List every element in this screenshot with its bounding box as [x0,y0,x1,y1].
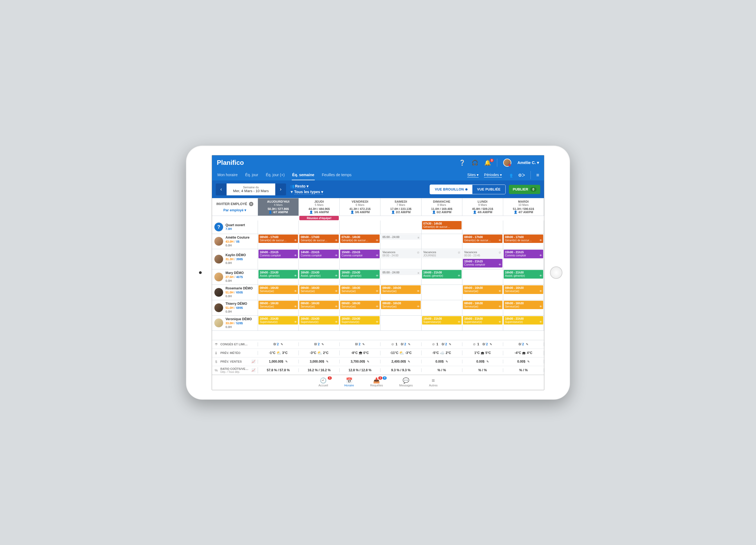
tab-2[interactable]: Éq. jour (+) [265,170,285,180]
day-header-3[interactable]: SAMEDI7 Mars17.0H / 223.13$👤 2/2 AM/PM [380,198,421,216]
day-cell[interactable]: 08h00 - 17h00Gérant(e) de succur…👁 [503,234,544,249]
menu-icon[interactable]: ≡ [536,172,539,178]
day-cell[interactable]: 08h00 - 16h30Serveur(se)👁 [340,300,380,315]
day-cell[interactable]: 16h00 - 21h30Superviseur(e)👁 [422,315,462,331]
day-cell[interactable] [299,221,340,234]
day-cell[interactable]: 08h00 - 16h30Serveur(se)👁 [462,285,503,300]
shift-block[interactable]: 08h00 - 16h30Serveur(se)👁 [463,301,502,309]
day-cell[interactable]: Vacances00:00 - 23:45⊘15h00 - 21h15Commi… [462,249,503,269]
day-cell[interactable]: 16h00 - 21h30Assist.-gérant(e)👁 [422,270,462,284]
shift-block[interactable]: 08h00 - 16h30Serveur(se)👁 [504,285,543,294]
edit-icon[interactable]: ✎ [408,360,410,363]
day-header-5[interactable]: LUNDI9 Mars45.8H / 509.21$👤 4/6 AM/PM [462,198,503,216]
edit-icon[interactable]: ✎ [367,360,369,363]
day-header-6[interactable]: MARDI10 Mars51.3H / 590.61$👤 4/7 AM/PM [503,198,544,216]
day-cell[interactable]: 08h00 - 16h30Serveur(se)👁 [258,300,299,315]
headset-icon[interactable]: 🎧 [472,160,478,166]
day-cell[interactable]: 16h00 - 21h30Superviseur(e)👁 [503,315,544,331]
shift-block[interactable]: 07h30 - 14h30Gérant(e) de succur… [422,221,462,230]
employee-cell[interactable]: Rosemarie DÉMO51.0H / 650$0.0H [212,285,258,300]
day-cell[interactable]: 08h00 - 16h30Serveur(se)👁 [299,300,340,315]
day-cell[interactable]: 16h00 - 21h30Assist.-gérant(e)👁 [299,270,340,284]
day-cell[interactable]: 16h00 - 21h30Assist.-gérant(e)👁 [503,270,544,284]
edit-icon[interactable]: ✎ [526,342,528,346]
day-cell[interactable]: 08h00 - 16h30Serveur(se)👁 [462,300,503,315]
day-cell[interactable]: 05:00 - 24:00≡ [380,270,421,284]
shift-block[interactable]: 08h00 - 16h30Serveur(se)👁 [381,301,420,309]
shift-block[interactable]: 16h00 - 21h30Assist.-gérant(e)👁 [299,270,339,278]
day-cell[interactable]: 08h00 - 17h00Gérant(e) de succur…👁 [462,234,503,249]
shift-block[interactable]: 15h00 - 21h15Commis comptoir👁 [463,259,502,268]
shift-block[interactable]: VacancesJOURNÉE⊘ [422,250,462,258]
day-header-1[interactable]: JEUDI5 Mars44.3H / 484.96$👤 3/6 AM/PMRéu… [299,198,340,216]
day-cell[interactable]: 08h00 - 16h30Serveur(se)👁 [503,285,544,300]
publish-button[interactable]: PUBLIER 0 [509,185,540,194]
day-cell[interactable]: 16h00 - 21h30Assist.-gérant(e)👁 [258,270,299,284]
shift-block[interactable]: 05:00 - 24:00≡ [381,235,420,240]
shift-block[interactable]: 05:00 - 24:00≡ [381,270,420,275]
day-cell[interactable] [422,234,462,249]
tab-4[interactable]: Feuilles de temps [321,170,352,180]
chart-icon[interactable]: 📈 [251,360,256,363]
day-header-0[interactable]: AUJOURD'HUI4 Mars50.3H / 577.86$👤 4/7 AM… [258,198,299,216]
shift-block[interactable]: 16h00 - 21h30Assist.-gérant(e)👁 [422,270,462,278]
day-cell[interactable]: 07h30 - 14h30Gérant(e) de succur…👁 [340,234,380,249]
day-cell[interactable]: 16h00 - 21h30Superviseur(e)👁 [258,315,299,331]
shift-block[interactable]: 15h00 - 21h15Commis comptoir👁 [504,250,543,258]
shift-block[interactable]: 08h00 - 17h00Gérant(e) de succur…👁 [463,235,502,243]
shift-block[interactable]: 08h00 - 17h00Gérant(e) de succur…👁 [299,235,339,243]
shift-block[interactable]: 16h00 - 21h30Superviseur(e)👁 [504,316,543,325]
day-cell[interactable] [380,221,421,234]
shift-block[interactable]: 16h00 - 21h30Superviseur(e)👁 [299,316,339,325]
bottomnav-accueil[interactable]: 🕘Accueil1 [319,377,328,387]
day-cell[interactable]: 16h00 - 21h30Superviseur(e)👁 [340,315,380,331]
employee-cell[interactable]: Amélie Couture43.0H / 0$0.0H [212,234,258,249]
chart-icon[interactable]: 📈 [251,368,256,372]
bottomnav-autres[interactable]: ≡Autres [429,377,437,387]
shift-block[interactable]: 16h00 - 21h30Assist.-gérant(e)👁 [258,270,298,278]
edit-icon[interactable]: ✎ [362,342,365,346]
day-cell[interactable]: 08h00 - 16h30Serveur(se)👁 [258,285,299,300]
day-cell[interactable]: 08h00 - 16h30Serveur(se)👁 [503,300,544,315]
prev-week-button[interactable]: ‹ [216,184,227,195]
shift-block[interactable]: 16h00 - 21h15Commis comptoir👁 [258,250,298,258]
tab-1[interactable]: Éq. jour [245,170,259,180]
day-cell[interactable] [340,221,380,234]
edit-icon[interactable]: ✎ [281,342,283,346]
shift-block[interactable]: 16h00 - 21h30Superviseur(e)👁 [463,316,502,325]
day-cell[interactable]: Vacances08:00 - 24:00⊘ [380,249,421,269]
shift-block[interactable]: Vacances08:00 - 24:00⊘ [381,250,420,258]
edit-icon[interactable]: ✎ [527,360,530,363]
shift-block[interactable]: 08h00 - 16h30Serveur(se)👁 [504,301,543,309]
day-cell[interactable]: 05:00 - 24:00≡ [380,234,421,249]
shift-block[interactable]: 08h00 - 16h30Serveur(se)👁 [258,301,298,309]
day-cell[interactable]: 08h00 - 16h30Serveur(se)👁 [299,285,340,300]
day-cell[interactable]: 16h00 - 21h15Commis comptoir👁 [258,249,299,269]
day-cell[interactable]: VacancesJOURNÉE⊘ [422,249,462,269]
edit-icon[interactable]: ✎ [486,360,489,363]
settings-icon[interactable]: ⚙ᐳ [518,173,525,178]
day-cell[interactable]: 16h00 - 21h30Superviseur(e)👁 [299,315,340,331]
shift-block[interactable]: 08h00 - 17h00Gérant(e) de succur…👁 [504,235,543,243]
day-cell[interactable]: 15h00 - 21h15Commis comptoir👁 [503,249,544,269]
day-header-2[interactable]: VENDREDI6 Mars41.3H / 472.21$👤 3/6 AM/PM [340,198,380,216]
day-cell[interactable] [422,300,462,315]
day-cell[interactable] [503,221,544,234]
shift-block[interactable]: 16h00 - 21h30Superviseur(e)👁 [340,316,380,325]
periodes-dropdown[interactable]: Périodes [484,173,502,178]
edit-icon[interactable]: ✎ [321,342,324,346]
week-label[interactable]: Semaine du Mer, 4 Mars - 10 Mars [227,184,275,195]
published-view-button[interactable]: VUE PUBLIÉE [472,185,506,194]
tab-3[interactable]: Éq. semaine [292,170,315,180]
shift-block[interactable]: 08h00 - 16h30Serveur(se)👁 [340,301,380,309]
day-cell[interactable]: 07h30 - 14h30Gérant(e) de succur… [422,221,462,234]
bottomnav-requêtes[interactable]: 📥Requêtes14 [370,377,383,387]
day-header-4[interactable]: DIMANCHE8 Mars11.0H / 169.40$👤 0/2 AM/PM [422,198,462,216]
invite-employee-button[interactable]: INVITER EMPLOYÉ + [216,202,253,206]
shift-block[interactable]: 15h00 - 21h15Commis comptoir👁 [340,250,380,258]
edit-icon[interactable]: ✎ [446,360,448,363]
day-cell[interactable]: 08h00 - 16h30Serveur(se)👁 [380,285,421,300]
day-cell[interactable]: 16h00 - 21h30Assist.-gérant(e)👁 [340,270,380,284]
employee-cell[interactable]: ?Quart ouvert7.0H [212,221,258,234]
tab-0[interactable]: Mon horaire [217,170,238,180]
